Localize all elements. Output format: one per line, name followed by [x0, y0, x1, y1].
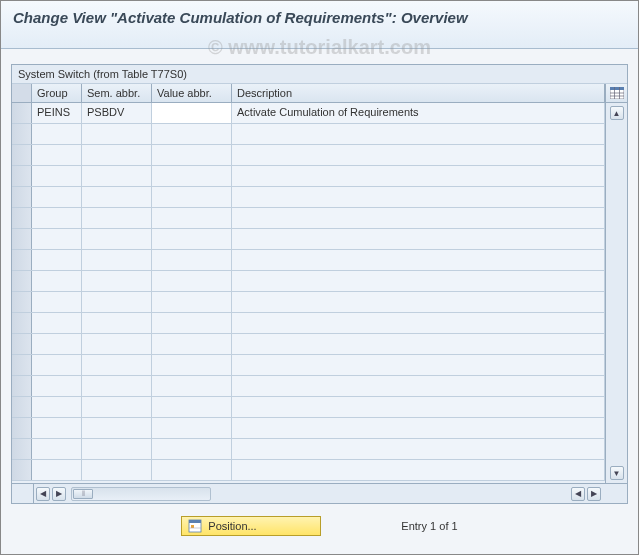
cell-desc	[232, 397, 605, 417]
scroll-thumb[interactable]	[73, 489, 93, 499]
table-row	[12, 397, 605, 418]
row-selector[interactable]	[12, 355, 32, 375]
cell-value	[152, 271, 232, 291]
table-row	[12, 166, 605, 187]
cell-sem	[82, 145, 152, 165]
select-all-handle[interactable]	[12, 84, 32, 102]
cell-desc	[232, 187, 605, 207]
cell-sem	[82, 166, 152, 186]
cell-sem	[82, 271, 152, 291]
cell-value	[152, 460, 232, 480]
cell-value	[152, 292, 232, 312]
cell-value	[152, 334, 232, 354]
row-selector[interactable]	[12, 124, 32, 144]
table-config-icon	[610, 87, 624, 99]
cell-desc[interactable]: Activate Cumulation of Requirements	[232, 103, 605, 123]
footer: Position... Entry 1 of 1	[11, 504, 628, 536]
position-button[interactable]: Position...	[181, 516, 321, 536]
cell-value	[152, 376, 232, 396]
col-header-value[interactable]: Value abbr.	[152, 84, 232, 102]
scroll-track[interactable]	[71, 487, 211, 501]
cell-value	[152, 229, 232, 249]
cell-group	[32, 355, 82, 375]
cell-sem[interactable]: PSBDV	[82, 103, 152, 123]
cell-value	[152, 397, 232, 417]
row-selector[interactable]	[12, 145, 32, 165]
cell-value[interactable]	[152, 103, 232, 123]
cell-desc	[232, 355, 605, 375]
cell-group	[32, 124, 82, 144]
cell-group	[32, 376, 82, 396]
row-selector[interactable]	[12, 460, 32, 480]
cell-value	[152, 250, 232, 270]
table-row	[12, 418, 605, 439]
scroll-left-icon[interactable]: ◀	[36, 487, 50, 501]
table-row	[12, 229, 605, 250]
row-selector[interactable]	[12, 376, 32, 396]
row-selector[interactable]	[12, 208, 32, 228]
scroll-down-icon[interactable]: ▼	[610, 466, 624, 480]
row-selector[interactable]	[12, 229, 32, 249]
col-header-desc[interactable]: Description	[232, 84, 605, 102]
cell-value	[152, 439, 232, 459]
scroll-right-icon[interactable]: ▶	[52, 487, 66, 501]
col-header-group[interactable]: Group	[32, 84, 82, 102]
table-row	[12, 187, 605, 208]
row-selector[interactable]	[12, 418, 32, 438]
row-selector[interactable]	[12, 103, 32, 123]
row-selector[interactable]	[12, 313, 32, 333]
cell-desc	[232, 313, 605, 333]
cell-desc	[232, 271, 605, 291]
table-row	[12, 334, 605, 355]
cell-desc	[232, 292, 605, 312]
row-selector[interactable]	[12, 439, 32, 459]
cell-group	[32, 229, 82, 249]
table-row	[12, 376, 605, 397]
row-selector[interactable]	[12, 271, 32, 291]
cell-desc	[232, 460, 605, 480]
row-selector[interactable]	[12, 187, 32, 207]
position-icon	[188, 519, 202, 533]
row-selector[interactable]	[12, 166, 32, 186]
cell-desc	[232, 376, 605, 396]
cell-value	[152, 418, 232, 438]
cell-sem	[82, 124, 152, 144]
cell-desc	[232, 124, 605, 144]
cell-group	[32, 292, 82, 312]
cell-group	[32, 313, 82, 333]
content-area: System Switch (from Table T77S0) Group S…	[1, 49, 638, 554]
table-header: Group Sem. abbr. Value abbr. Description	[12, 84, 627, 103]
cell-sem	[82, 208, 152, 228]
row-selector[interactable]	[12, 250, 32, 270]
cell-group	[32, 166, 82, 186]
table-config-button[interactable]	[605, 84, 627, 102]
cell-desc	[232, 208, 605, 228]
cell-value	[152, 145, 232, 165]
cell-desc	[232, 250, 605, 270]
cell-desc	[232, 334, 605, 354]
cell-value	[152, 208, 232, 228]
cell-value	[152, 166, 232, 186]
cell-group	[32, 460, 82, 480]
cell-sem	[82, 460, 152, 480]
scroll-left-end-icon[interactable]: ◀	[571, 487, 585, 501]
table-row: PEINSPSBDVActivate Cumulation of Require…	[12, 103, 605, 124]
row-selector[interactable]	[12, 397, 32, 417]
cell-sem	[82, 292, 152, 312]
cell-value	[152, 355, 232, 375]
cell-desc	[232, 418, 605, 438]
col-header-sem[interactable]: Sem. abbr.	[82, 84, 152, 102]
svg-rect-1	[610, 87, 624, 90]
table-row	[12, 208, 605, 229]
cell-value	[152, 313, 232, 333]
scroll-right-end-icon[interactable]: ▶	[587, 487, 601, 501]
vertical-scrollbar[interactable]: ▲ ▼	[605, 103, 627, 483]
cell-desc	[232, 166, 605, 186]
cell-group[interactable]: PEINS	[32, 103, 82, 123]
cell-sem	[82, 334, 152, 354]
cell-sem	[82, 439, 152, 459]
table-row	[12, 460, 605, 481]
row-selector[interactable]	[12, 292, 32, 312]
row-selector[interactable]	[12, 334, 32, 354]
scroll-up-icon[interactable]: ▲	[610, 106, 624, 120]
